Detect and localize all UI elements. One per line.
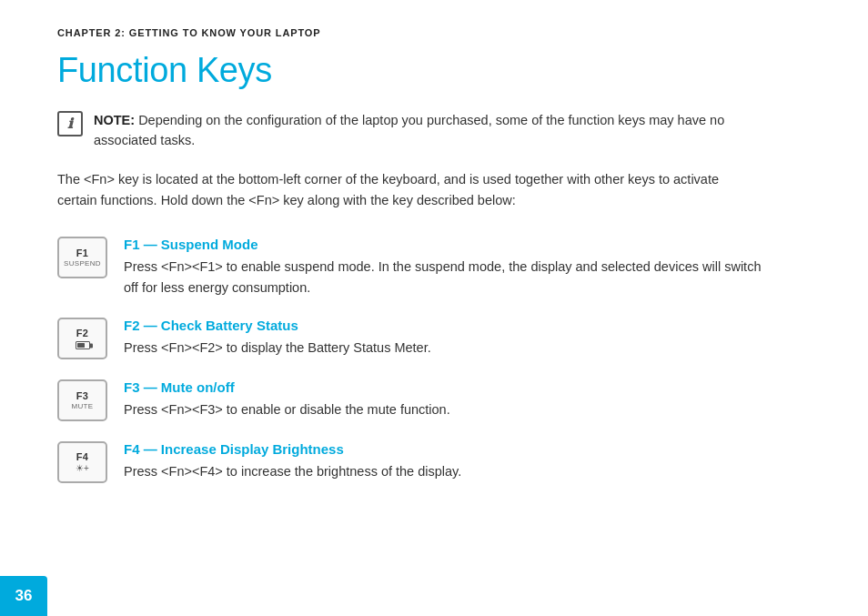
f2-key-label: F2 <box>76 328 88 338</box>
f2-key-symbol <box>76 339 90 349</box>
page-number-tab: 36 <box>0 576 47 616</box>
list-item: F1 SUSPEND F1 — Suspend Mode Press <Fn><… <box>57 237 762 298</box>
f2-desc: F2 — Check Battery Status Press <Fn><F2>… <box>124 318 762 358</box>
note-box: ℹ NOTE: Depending on the configuration o… <box>57 110 762 151</box>
f3-key-sub: MUTE <box>72 402 94 411</box>
f4-key-symbol: ☀+ <box>76 463 89 473</box>
chapter-label: CHAPTER 2: GETTING TO KNOW YOUR LAPTOP <box>57 27 762 38</box>
f1-desc: F1 — Suspend Mode Press <Fn><F1> to enab… <box>124 237 762 298</box>
f1-title: F1 — Suspend Mode <box>124 237 762 252</box>
f1-key-label: F1 <box>76 247 88 258</box>
f3-body: Press <Fn><F3> to enable or disable the … <box>124 399 762 419</box>
f4-title: F4 — Increase Display Brightness <box>124 441 762 457</box>
f1-key-icon: F1 SUSPEND <box>57 237 107 278</box>
f4-key-label: F4 <box>76 451 88 462</box>
f1-key-sub: SUSPEND <box>64 259 101 268</box>
f2-key-icon: F2 <box>57 318 107 359</box>
f3-key-icon: F3 MUTE <box>57 379 107 421</box>
f2-body: Press <Fn><F2> to display the Battery St… <box>124 338 762 358</box>
note-icon: ℹ <box>57 111 83 136</box>
f4-body: Press <Fn><F4> to increase the brightnes… <box>124 461 762 481</box>
battery-icon <box>76 341 90 349</box>
f3-title: F3 — Mute on/off <box>124 379 762 395</box>
page-title: Function Keys <box>57 51 762 90</box>
f4-key-icon: F4 ☀+ <box>57 441 107 483</box>
function-list: F1 SUSPEND F1 — Suspend Mode Press <Fn><… <box>57 237 762 503</box>
list-item: F3 MUTE F3 — Mute on/off Press <Fn><F3> … <box>57 379 762 421</box>
note-body: Depending on the configuration of the la… <box>94 113 724 147</box>
list-item: F2 F2 — Check Battery Status Press <Fn><… <box>57 318 762 359</box>
list-item: F4 ☀+ F4 — Increase Display Brightness P… <box>57 441 762 483</box>
note-bold: NOTE: <box>94 113 135 127</box>
intro-text: The <Fn> key is located at the bottom-le… <box>57 169 762 211</box>
f4-desc: F4 — Increase Display Brightness Press <… <box>124 441 762 481</box>
note-text: NOTE: Depending on the configuration of … <box>94 110 762 151</box>
f3-desc: F3 — Mute on/off Press <Fn><F3> to enabl… <box>124 379 762 419</box>
f3-key-label: F3 <box>76 390 88 401</box>
page-number: 36 <box>15 587 33 605</box>
f2-title: F2 — Check Battery Status <box>124 318 762 333</box>
note-icon-letter: ℹ <box>67 116 73 132</box>
f1-body: Press <Fn><F1> to enable suspend mode. I… <box>124 257 762 298</box>
